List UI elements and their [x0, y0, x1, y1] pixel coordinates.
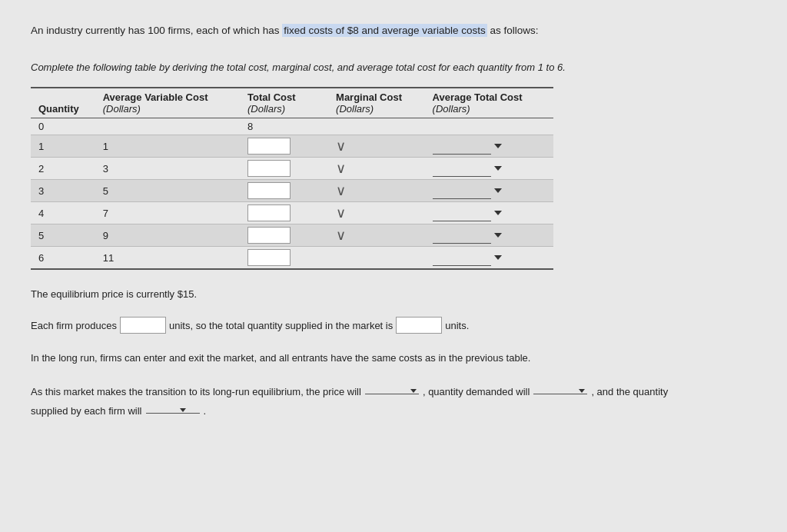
header-avc: Average Variable Cost (Dollars)	[95, 88, 240, 118]
atc-dropdown-arrow	[494, 233, 502, 238]
mc-cell: ∨	[328, 180, 425, 202]
table-row: 6 11	[31, 247, 553, 270]
atc-dropdown-arrow	[494, 188, 502, 193]
qty-cell: 4	[31, 202, 95, 224]
firm-produces-input[interactable]	[120, 317, 166, 334]
transition-mid1: , quantity demanded will	[423, 383, 530, 401]
transition-mid2: , and the quantity	[591, 383, 668, 401]
atc-cell[interactable]	[425, 224, 553, 247]
instructions-text: Complete the following table by deriving…	[31, 62, 756, 73]
tc-input-cell[interactable]	[240, 202, 328, 224]
atc-cell[interactable]	[425, 135, 553, 158]
table-row: 5 9 ∨	[31, 224, 553, 247]
tc-input[interactable]	[247, 227, 291, 244]
tc-input[interactable]	[247, 138, 291, 155]
tc-input-cell[interactable]	[240, 180, 328, 202]
table-row: 1 1 ∨	[31, 135, 553, 158]
atc-dropdown-arrow	[494, 211, 502, 215]
atc-cell[interactable]	[425, 247, 553, 270]
transition-last-label: supplied by each firm will	[31, 402, 142, 420]
avc-cell: 5	[95, 180, 240, 202]
transition-period: .	[204, 402, 207, 420]
equilibrium-text: The equilibrium price is currently $15.	[31, 288, 756, 300]
qty-supplied-firm-arrow	[180, 408, 186, 412]
qty-cell: 0	[31, 118, 95, 135]
table-row: 3 5 ∨	[31, 180, 553, 202]
quantity-demanded-dropdown[interactable]	[533, 389, 587, 394]
atc-cell	[425, 118, 553, 135]
avc-cell	[95, 118, 240, 135]
atc-dropdown-arrow	[494, 166, 502, 171]
table-row: 4 7 ∨	[31, 202, 553, 224]
qty-cell: 1	[31, 135, 95, 158]
tc-input[interactable]	[247, 160, 291, 177]
header-mc: Marginal Cost (Dollars)	[328, 88, 425, 118]
tc-input-cell[interactable]	[240, 247, 328, 270]
price-dropdown-arrow	[410, 389, 417, 393]
tc-input[interactable]	[247, 182, 291, 199]
table-row: 0 8	[31, 118, 553, 135]
avc-cell: 9	[95, 224, 240, 247]
transition-line-2: supplied by each firm will .	[31, 402, 756, 420]
avc-cell: 3	[95, 158, 240, 180]
produces-middle: units, so the total quantity supplied in…	[169, 320, 393, 331]
longrun-text: In the long run, firms can enter and exi…	[31, 351, 756, 366]
tc-input[interactable]	[247, 204, 291, 221]
atc-cell[interactable]	[425, 158, 553, 180]
tc-input-cell[interactable]	[240, 158, 328, 180]
tc-input-cell[interactable]	[240, 224, 328, 247]
header-tc: Total Cost (Dollars)	[240, 88, 328, 118]
atc-cell[interactable]	[425, 202, 553, 224]
qty-supplied-firm-dropdown[interactable]	[146, 408, 200, 414]
produces-after: units.	[445, 320, 469, 331]
mc-cell: ∨	[328, 135, 425, 158]
atc-cell[interactable]	[425, 180, 553, 202]
tc-input-cell[interactable]	[240, 135, 328, 158]
header-quantity: Quantity	[31, 88, 95, 118]
mc-cell: ∨	[328, 158, 425, 180]
qty-cell: 3	[31, 180, 95, 202]
price-dropdown[interactable]	[365, 389, 419, 394]
tc-cell: 8	[240, 118, 328, 135]
avc-cell: 7	[95, 202, 240, 224]
table-row: 2 3 ∨	[31, 158, 553, 180]
header-atc: Average Total Cost (Dollars)	[425, 88, 553, 118]
highlight-text: fixed costs of $8 and average variable c…	[282, 24, 487, 37]
mc-cell: ∨	[328, 224, 425, 247]
produces-line: Each firm produces units, so the total q…	[31, 317, 756, 334]
transition-line: As this market makes the transition to i…	[31, 383, 756, 401]
market-quantity-input[interactable]	[396, 317, 442, 334]
qty-cell: 2	[31, 158, 95, 180]
transition-before: As this market makes the transition to i…	[31, 383, 361, 401]
avc-cell: 1	[95, 135, 240, 158]
produces-before: Each firm produces	[31, 320, 117, 331]
atc-dropdown-arrow	[494, 144, 502, 148]
intro-text: An industry currently has 100 firms, eac…	[31, 23, 756, 38]
cost-table: Quantity Average Variable Cost (Dollars)…	[31, 87, 553, 270]
atc-dropdown-arrow	[494, 255, 502, 260]
tc-input[interactable]	[247, 249, 291, 266]
mc-cell	[328, 247, 425, 270]
avc-cell: 11	[95, 247, 240, 270]
qty-cell: 6	[31, 247, 95, 270]
qty-demanded-dropdown-arrow	[579, 389, 585, 393]
mc-cell: ∨	[328, 202, 425, 224]
mc-cell	[328, 118, 425, 135]
qty-cell: 5	[31, 224, 95, 247]
